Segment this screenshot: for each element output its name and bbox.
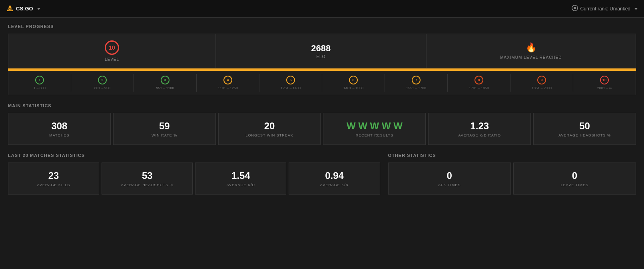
csgo-logo-icon: CS (6, 4, 14, 13)
win-rate-value: 59 (159, 120, 170, 132)
afk-value: 0 (447, 170, 452, 181)
flame-icon: 🔥 (526, 42, 536, 53)
leave-label: LEAVE TIMES (561, 183, 588, 187)
last20-title: LAST 20 MATCHES STATISTICS (8, 153, 380, 158)
afk-label: AFK TIMES (438, 183, 461, 187)
max-level-card: 🔥 MAXIMUM LEVEL REACHED (426, 34, 636, 68)
current-rank: Current rank: Unranked (572, 5, 638, 12)
svg-point-3 (574, 7, 576, 9)
stat-card-recent-results: W W W W W RECENT RESULTS (323, 113, 426, 145)
tier-6: 6 1401 – 1550 (322, 74, 385, 92)
main-stat-cards: 308 MATCHES 59 WIN RATE % 20 LONGEST WIN… (8, 113, 636, 145)
avg-hs-label: AVERAGE HEADSHOTS % (121, 183, 173, 187)
tier-1-range: 1 – 800 (34, 86, 46, 90)
leave-value: 0 (572, 170, 577, 181)
win-rate-label: WIN RATE % (152, 133, 177, 137)
stat-card-leave: 0 LEAVE TIMES (513, 163, 636, 195)
tier-2: 2 801 – 950 (71, 74, 134, 92)
level-label: LEVEL (105, 57, 119, 62)
tier-7-badge: 7 (412, 76, 421, 84)
stat-card-matches: 308 MATCHES (8, 113, 111, 145)
stat-card-afk: 0 AFK TIMES (388, 163, 511, 195)
tier-9-range: 1851 – 2000 (532, 86, 552, 90)
tier-2-badge: 2 (98, 76, 107, 84)
matches-label: MATCHES (49, 133, 69, 137)
stat-card-avg-kills: 23 AVERAGE KILLS (8, 163, 99, 195)
max-level-label: MAXIMUM LEVEL REACHED (500, 55, 562, 60)
tier-5-badge: 5 (286, 76, 295, 84)
tier-6-badge: 6 (349, 76, 358, 84)
tier-3: 3 951 – 1100 (134, 74, 197, 92)
tier-5-range: 1251 – 1400 (281, 86, 301, 90)
recent-results-value: W W W W W (347, 120, 403, 132)
main-content: LEVEL PROGRESS 10 LEVEL 2688 ELO 🔥 MAXIM… (0, 18, 644, 201)
avg-kills-value: 23 (48, 170, 59, 181)
tier-9-badge: 9 (537, 76, 546, 84)
other-stats-title: OTHER STATISTICS (388, 153, 636, 158)
tier-9: 9 1851 – 2000 (510, 74, 573, 92)
tier-8-range: 1701 – 1850 (469, 86, 489, 90)
kd-ratio-value: 1.23 (470, 120, 489, 132)
last20-section: LAST 20 MATCHES STATISTICS 23 AVERAGE KI… (8, 153, 380, 195)
level-progress-title: LEVEL PROGRESS (8, 24, 636, 29)
tier-1: 1 1 – 800 (8, 74, 71, 92)
main-stats-title: MAIN STATISTICS (8, 103, 636, 108)
avg-kills-label: AVERAGE KILLS (37, 183, 70, 187)
tier-4-badge: 4 (223, 76, 232, 84)
level-badge: 10 (105, 40, 119, 55)
avg-kr-label: AVERAGE K/R (320, 183, 349, 187)
tier-3-range: 951 – 1100 (156, 86, 174, 90)
level-progress-section: LEVEL PROGRESS 10 LEVEL 2688 ELO 🔥 MAXIM… (8, 24, 636, 95)
last20-stat-cards: 23 AVERAGE KILLS 53 AVERAGE HEADSHOTS % … (8, 163, 380, 195)
app-title-group[interactable]: CS CS:GO (6, 4, 40, 13)
elo-card: 2688 ELO (216, 34, 426, 68)
level-cards: 10 LEVEL 2688 ELO 🔥 MAXIMUM LEVEL REACHE… (8, 34, 636, 68)
tier-7-range: 1551 – 1700 (406, 86, 426, 90)
win-streak-label: LONGEST WIN STREAK (245, 133, 293, 137)
stat-card-win-streak: 20 LONGEST WIN STREAK (218, 113, 321, 145)
level-tiers: 1 1 – 800 2 801 – 950 3 951 – 1100 4 110… (8, 71, 636, 95)
elo-value: 2688 (311, 43, 331, 54)
tier-10-range: 2001 – ∞ (597, 86, 612, 90)
stat-card-avg-hs: 53 AVERAGE HEADSHOTS % (102, 163, 193, 195)
tier-4: 4 1101 – 1250 (197, 74, 259, 92)
tier-8: 8 1701 – 1850 (448, 74, 510, 92)
header: CS CS:GO Current rank: Unranked (0, 0, 644, 18)
avg-headshots-label: AVERAGE HEADSHOTS % (558, 133, 611, 137)
avg-kd-label: AVERAGE K/D (227, 183, 255, 187)
rank-icon (572, 5, 578, 12)
tier-7: 7 1551 – 1700 (385, 74, 448, 92)
tier-5: 5 1251 – 1400 (259, 74, 322, 92)
main-stats-section: MAIN STATISTICS 308 MATCHES 59 WIN RATE … (8, 103, 636, 145)
other-stats-section: OTHER STATISTICS 0 AFK TIMES 0 LEAVE TIM… (388, 153, 636, 195)
tier-1-badge: 1 (35, 76, 44, 84)
stat-card-avg-kr: 0.94 AVERAGE K/R (289, 163, 380, 195)
avg-kd-value: 1.54 (231, 170, 250, 181)
kd-ratio-label: AVERAGE K/D RATIO (458, 133, 501, 137)
matches-value: 308 (51, 120, 67, 132)
bottom-sections: LAST 20 MATCHES STATISTICS 23 AVERAGE KI… (8, 153, 636, 195)
app-name: CS:GO (16, 6, 33, 12)
dropdown-icon[interactable] (36, 6, 40, 12)
stat-card-win-rate: 59 WIN RATE % (113, 113, 216, 145)
other-stat-cards: 0 AFK TIMES 0 LEAVE TIMES (388, 163, 636, 195)
rank-dropdown-icon[interactable] (633, 6, 638, 12)
avg-headshots-value: 50 (579, 120, 590, 132)
stat-card-kd-ratio: 1.23 AVERAGE K/D RATIO (428, 113, 531, 145)
progress-bar-fill (8, 68, 636, 71)
tier-6-range: 1401 – 1550 (343, 86, 363, 90)
avg-hs-value: 53 (142, 170, 153, 181)
tier-2-range: 801 – 950 (94, 86, 110, 90)
tier-10-badge: 10 (600, 76, 609, 84)
progress-bar-container (8, 68, 636, 71)
tier-8-badge: 8 (475, 76, 483, 84)
elo-label: ELO (316, 54, 325, 59)
tier-10: 10 2001 – ∞ (573, 74, 636, 92)
stat-card-avg-kd: 1.54 AVERAGE K/D (195, 163, 286, 195)
recent-results-label: RECENT RESULTS (356, 133, 393, 137)
level-card: 10 LEVEL (8, 34, 216, 68)
level-value: 10 (109, 44, 115, 51)
tier-3-badge: 3 (161, 76, 169, 84)
svg-text:CS: CS (8, 8, 12, 11)
avg-kr-value: 0.94 (325, 170, 344, 181)
